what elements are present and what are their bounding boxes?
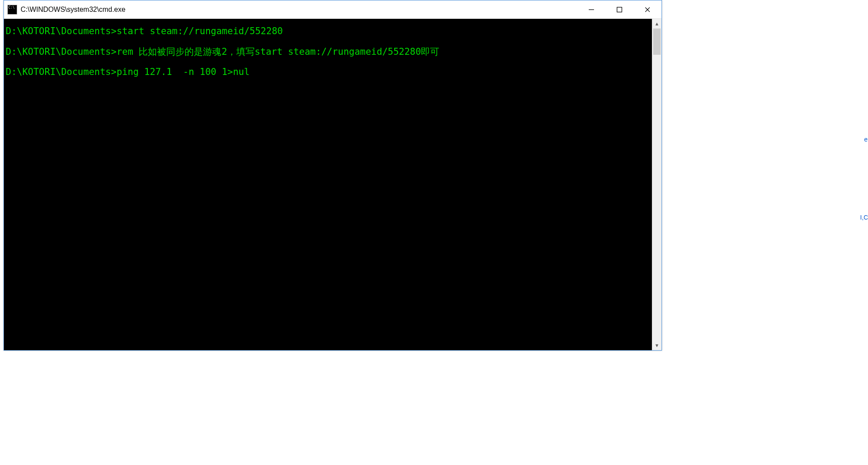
terminal-line: D:\KOTORI\Documents>start steam://rungam…: [6, 24, 652, 39]
close-icon: [644, 7, 651, 13]
terminal-line: D:\KOTORI\Documents>ping 127.1 -n 100 1>…: [6, 65, 652, 79]
scrollbar-track[interactable]: [652, 28, 662, 341]
terminal-area: D:\KOTORI\Documents>start steam://rungam…: [4, 19, 662, 350]
command-text: start steam://rungameid/552280: [117, 26, 283, 36]
maximize-icon: [616, 7, 623, 13]
terminal-output[interactable]: D:\KOTORI\Documents>start steam://rungam…: [4, 19, 652, 350]
background-trace: e: [864, 136, 868, 143]
scrollbar-thumb[interactable]: [653, 28, 661, 55]
window-title: C:\WINDOWS\system32\cmd.exe: [21, 6, 125, 14]
command-text: ping 127.1 -n 100 1>nul: [117, 67, 249, 77]
cmd-icon: [7, 5, 17, 14]
window-controls: [577, 0, 662, 18]
titlebar[interactable]: C:\WINDOWS\system32\cmd.exe: [4, 0, 662, 19]
svg-rect-1: [617, 7, 622, 12]
close-button[interactable]: [633, 0, 662, 18]
background-trace: I,C: [860, 214, 868, 221]
cmd-window: C:\WINDOWS\system32\cmd.exe D:\KOTORI\Do…: [4, 0, 662, 351]
prompt: D:\KOTORI\Documents>: [6, 26, 117, 36]
scroll-up-arrow-icon[interactable]: ▲: [652, 19, 662, 28]
command-text: rem 比如被同步的是游魂2，填写start steam://rungameid…: [117, 46, 440, 57]
terminal-line: D:\KOTORI\Documents>rem 比如被同步的是游魂2，填写sta…: [6, 45, 652, 59]
minimize-button[interactable]: [577, 0, 605, 18]
vertical-scrollbar[interactable]: ▲ ▼: [652, 19, 662, 350]
prompt: D:\KOTORI\Documents>: [6, 67, 117, 77]
maximize-button[interactable]: [605, 0, 633, 18]
titlebar-left: C:\WINDOWS\system32\cmd.exe: [4, 5, 125, 14]
minimize-icon: [588, 7, 594, 13]
scroll-down-arrow-icon[interactable]: ▼: [652, 341, 662, 350]
prompt: D:\KOTORI\Documents>: [6, 46, 117, 57]
